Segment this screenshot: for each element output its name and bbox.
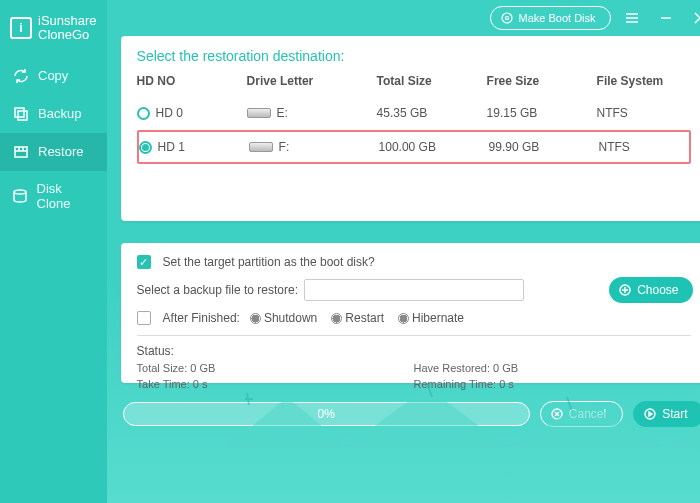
progress-bar: 0% [123,402,530,426]
opt-restart: Restart [345,311,384,325]
svg-rect-2 [15,147,27,157]
cancel-icon [551,408,563,420]
refresh-icon [12,67,30,85]
menu-icon[interactable] [619,5,645,31]
cell-letter: E: [277,106,288,120]
choose-label: Choose [637,283,678,297]
radio-icon[interactable] [137,107,150,120]
minimize-button[interactable] [653,5,679,31]
svg-rect-1 [18,111,27,120]
backup-icon [12,105,30,123]
nav-restore-label: Restore [38,144,84,159]
options-panel: ✓ Set the target partition as the boot d… [121,243,700,383]
disk-icon [12,187,29,205]
cell-hd: HD 1 [158,140,185,154]
col-free: Free Size [487,74,597,88]
cell-total: 100.00 GB [379,140,489,154]
sidebar-item-restore[interactable]: Restore [0,133,107,171]
status-take: Take Time: 0 s [137,378,414,390]
boot-label: Make Boot Disk [519,12,596,24]
after-label: After Finished: [163,311,240,325]
svg-point-4 [502,13,512,23]
radio-icon[interactable] [139,141,152,154]
radio-restart[interactable] [331,313,342,324]
cell-free: 19.15 GB [487,106,597,120]
checkbox-boot[interactable]: ✓ [137,255,151,269]
sidebar-item-backup[interactable]: Backup [0,95,107,133]
svg-point-3 [14,190,26,194]
disk-small-icon [501,12,513,24]
start-label: Start [662,407,687,421]
radio-shutdown[interactable] [250,313,261,324]
table-row[interactable]: HD 0 E: 45.35 GB 19.15 GB NTFS [137,96,691,130]
nav-diskclone-label: Disk Clone [37,181,95,211]
sidebar-item-diskclone[interactable]: Disk Clone [0,171,107,221]
progress-value: 0% [318,407,335,421]
col-letter: Drive Letter [247,74,377,88]
start-button[interactable]: Start [633,401,700,427]
drive-icon [247,108,271,118]
choose-button[interactable]: Choose [609,277,692,303]
cancel-label: Cancel [569,407,606,421]
panel-heading: Select the restoration destination: [137,48,691,64]
col-fs: File System [597,74,687,88]
plus-icon [619,284,631,296]
opt-shutdown: Shutdown [264,311,317,325]
table-row[interactable]: HD 1 F: 100.00 GB 99.90 GB NTFS [137,130,691,164]
app-logo: i iSunshare CloneGo [0,8,107,57]
brand-line1: iSunshare [38,14,97,28]
svg-point-5 [505,17,508,20]
backup-file-input[interactable] [304,279,524,301]
cell-total: 45.35 GB [377,106,487,120]
svg-rect-0 [15,108,24,117]
select-backup-label: Select a backup file to restore: [137,283,298,297]
radio-hibernate[interactable] [398,313,409,324]
restore-icon [12,143,30,161]
status-remain: Remaining Time: 0 s [414,378,691,390]
brand-line2: CloneGo [38,28,97,42]
cancel-button[interactable]: Cancel [540,401,623,427]
nav-copy-label: Copy [38,68,68,83]
opt-hibernate: Hibernate [412,311,464,325]
checkbox-after[interactable] [137,311,151,325]
status-label: Status: [137,344,691,358]
destination-panel: Select the restoration destination: HD N… [121,36,700,221]
cell-fs: NTFS [597,106,687,120]
make-boot-disk-button[interactable]: Make Boot Disk [490,6,611,30]
cell-fs: NTFS [599,140,689,154]
cell-letter: F: [279,140,290,154]
logo-icon: i [10,17,32,39]
col-total: Total Size [377,74,487,88]
set-target-label: Set the target partition as the boot dis… [163,255,375,269]
col-hd: HD NO [137,74,247,88]
cell-free: 99.90 GB [489,140,599,154]
cell-hd: HD 0 [156,106,183,120]
drive-icon [249,142,273,152]
play-icon [644,408,656,420]
status-restored: Have Restored: 0 GB [414,362,691,374]
sidebar-item-copy[interactable]: Copy [0,57,107,95]
status-total: Total Size: 0 GB [137,362,414,374]
nav-backup-label: Backup [38,106,81,121]
close-button[interactable] [687,5,700,31]
